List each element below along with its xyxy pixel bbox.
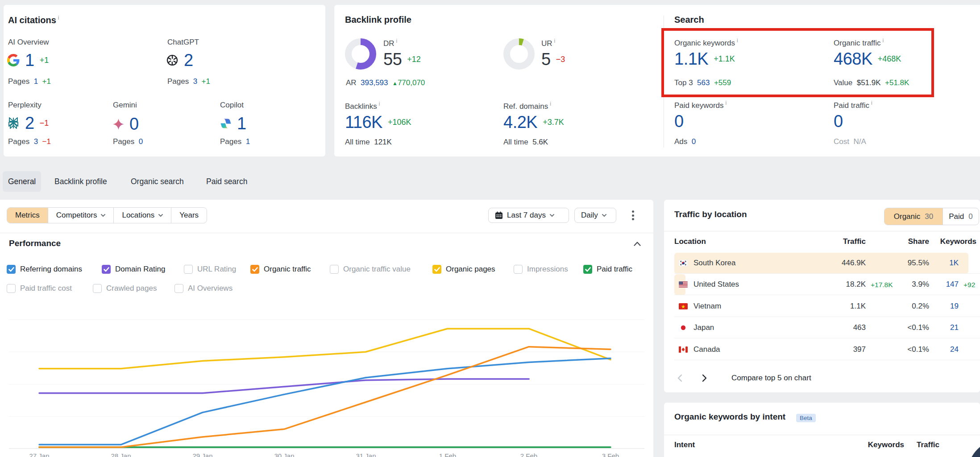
ur-delta: −3 [556, 55, 565, 64]
granularity-dropdown[interactable]: Daily [574, 208, 616, 223]
chatgpt-icon [166, 54, 179, 66]
competitors-dropdown[interactable]: Competitors [48, 208, 114, 223]
metric-toggle-organic-traffic[interactable]: Organic traffic [250, 265, 311, 274]
checkbox-unchecked-icon[interactable] [514, 265, 523, 274]
dr-label: DRi [383, 38, 397, 48]
chatgpt-value[interactable]: 2 [184, 52, 193, 68]
chevron-down-icon [101, 214, 105, 217]
checkbox-unchecked-icon[interactable] [93, 284, 102, 293]
metric-toggle-label: Impressions [527, 265, 568, 274]
keywords-link[interactable]: 19 [950, 302, 959, 311]
keywords-link[interactable]: 21 [950, 323, 959, 332]
tab-organic-search[interactable]: Organic search [125, 171, 189, 192]
location-row-vietnam[interactable]: Vietnam1.1K0.2%19 [664, 296, 980, 317]
location-row-japan[interactable]: Japan463<0.1%21 [664, 317, 980, 338]
checkbox-checked-icon[interactable] [583, 265, 592, 274]
traffic-delta: +17.8K [871, 281, 893, 289]
paid-traffic-value[interactable]: 0 [834, 113, 843, 129]
page: AI citationsi AI Overview ChatGPT 1 +1 [0, 0, 980, 457]
backlinks-value[interactable]: 116K [345, 114, 382, 130]
metric-toggle-label: Domain Rating [115, 265, 165, 274]
perplexity-icon [7, 117, 20, 129]
google-icon [7, 54, 20, 66]
ai-citations-card: AI citationsi AI Overview ChatGPT 1 +1 [4, 5, 325, 156]
copilot-value[interactable]: 1 [237, 115, 246, 132]
chart-line-referring-domains [39, 358, 610, 445]
compare-top5-link[interactable]: Compare top 5 on chart [731, 374, 811, 383]
keywords-link[interactable]: 147 [946, 280, 959, 289]
location-row-south-korea[interactable]: South Korea446.9K95.5%1K [664, 252, 980, 274]
gemini-value[interactable]: 0 [129, 116, 139, 132]
checkbox-checked-icon[interactable] [7, 265, 16, 274]
metric-toggle-label: Referring domains [20, 265, 82, 274]
checkbox-checked-icon[interactable] [432, 265, 441, 274]
previous-page-button[interactable] [676, 374, 685, 382]
date-range-dropdown[interactable]: Last 7 days [488, 208, 569, 223]
metric-toggle-organic-pages[interactable]: Organic pages [432, 265, 495, 274]
tab-backlink-profile[interactable]: Backlink profile [49, 171, 112, 192]
chevron-up-icon[interactable] [634, 242, 641, 246]
checkbox-unchecked-icon[interactable] [7, 284, 16, 293]
keywords-by-intent-card: Organic keywords by intent Beta Intent K… [664, 403, 980, 457]
metric-toggle-paid-traffic[interactable]: Paid traffic [583, 265, 632, 274]
location-row-canada[interactable]: Canada397<0.1%24 [664, 339, 980, 360]
united-states-flag-icon [679, 281, 688, 288]
ur-value-row: 5 −3 [541, 51, 565, 67]
ar-delta: ▲770,070 [392, 78, 425, 87]
checkbox-unchecked-icon[interactable] [174, 284, 183, 293]
dr-value-row: 55 +12 [383, 51, 421, 67]
ref-domains-value[interactable]: 4.2K [503, 114, 537, 130]
checkbox-unchecked-icon[interactable] [184, 265, 193, 274]
chart-series [39, 329, 610, 447]
keywords-link[interactable]: 24 [950, 345, 959, 354]
organic-paid-toggle: Organic30 Paid0 [884, 208, 979, 225]
perplexity-value[interactable]: 2 [25, 115, 34, 131]
vietnam-flag-icon [679, 303, 688, 309]
chart-line-domain-rating [39, 379, 529, 393]
toggle-paid[interactable]: Paid0 [943, 208, 979, 225]
backlinks-alltime: All time 121K [345, 138, 392, 147]
copilot-label: Copilot [220, 101, 244, 110]
paid-keywords-value-row: 0 [674, 113, 684, 129]
paid-keywords-value[interactable]: 0 [674, 113, 684, 129]
column-header-share[interactable]: Share [908, 237, 929, 246]
up-triangle-icon: ▲ [392, 80, 398, 86]
checkbox-checked-icon[interactable] [102, 265, 111, 274]
performance-line-chart [0, 200, 653, 457]
x-tick-label: 1 Feb [430, 452, 465, 457]
x-tick-label: 28 Jan [103, 452, 139, 457]
chart-line-organic-traffic [39, 347, 610, 447]
performance-card: Metrics Competitors Locations Years Last… [0, 200, 653, 457]
checkbox-checked-icon[interactable] [250, 265, 259, 274]
metrics-button[interactable]: Metrics [7, 208, 48, 223]
metric-toggle-impressions[interactable]: Impressions [514, 265, 568, 274]
metric-toggle-paid-traffic-cost[interactable]: Paid traffic cost [7, 284, 72, 293]
metric-toggle-url-rating[interactable]: URL Rating [184, 265, 236, 274]
metric-toggle-organic-traffic-value[interactable]: Organic traffic value [330, 265, 411, 274]
locations-dropdown[interactable]: Locations [114, 208, 171, 223]
metric-toggle-crawled-pages[interactable]: Crawled pages [93, 284, 157, 293]
perplexity-delta: −1 [40, 119, 49, 128]
checkbox-unchecked-icon[interactable] [330, 265, 339, 274]
more-options-button[interactable] [627, 208, 639, 223]
metric-toggle-ai-overviews[interactable]: AI Overviews [174, 284, 233, 293]
metric-toggle-domain-rating[interactable]: Domain Rating [102, 265, 165, 274]
location-name: Vietnam [693, 302, 721, 311]
column-header-keywords[interactable]: Keywords [940, 237, 976, 246]
row-divider [674, 360, 980, 360]
backlinks-label: Backlinksi [345, 101, 380, 111]
tab-paid-search[interactable]: Paid search [201, 171, 253, 192]
column-header-location[interactable]: Location [674, 237, 706, 246]
info-icon: i [550, 101, 551, 107]
toggle-organic[interactable]: Organic30 [884, 208, 943, 225]
column-header-traffic[interactable]: Traffic [843, 237, 866, 246]
ai-overview-value[interactable]: 1 [25, 52, 34, 68]
tab-general[interactable]: General [3, 171, 41, 192]
metric-toggle-referring-domains[interactable]: Referring domains [7, 265, 82, 274]
years-button[interactable]: Years [171, 208, 207, 223]
x-tick-label: 31 Jan [348, 452, 384, 457]
keywords-link[interactable]: 1K [949, 259, 959, 268]
calendar-icon [495, 211, 503, 219]
location-row-united-states[interactable]: United States18.2K+17.8K3.9%147+92 [664, 274, 980, 295]
next-page-button[interactable] [699, 374, 709, 382]
